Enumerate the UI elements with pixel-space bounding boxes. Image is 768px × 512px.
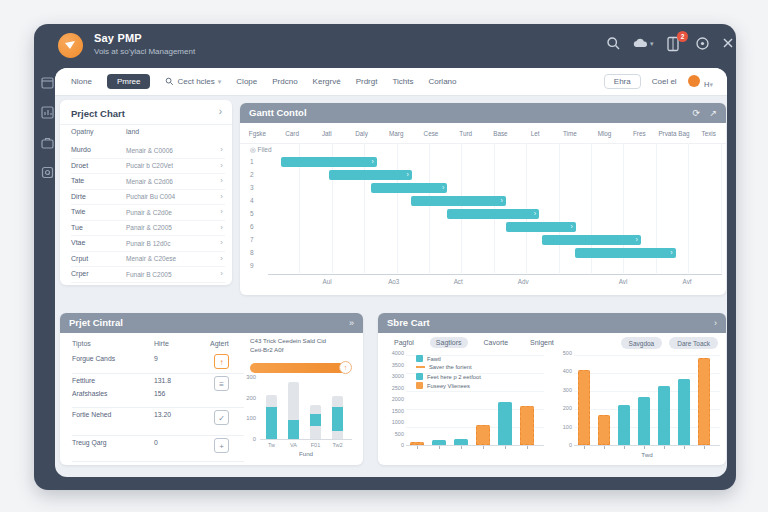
gantt-bar[interactable]: › (575, 248, 676, 258)
control-action-button[interactable]: + (214, 438, 229, 453)
chart-bar[interactable] (598, 415, 610, 445)
toolbar-item-ehra[interactable]: Ehra (604, 74, 641, 89)
chart-bar[interactable] (454, 439, 468, 445)
cloud-icon[interactable]: ▾ (632, 36, 650, 54)
gantt-col-header: Turd (448, 125, 483, 143)
gantt-col-header: Jatl (309, 125, 344, 143)
toolbar-item-corlano[interactable]: Corlano (428, 77, 456, 86)
gantt-col-header: Let (518, 125, 553, 143)
close-icon[interactable] (721, 36, 739, 54)
table-row[interactable]: TateMenair & C2d06› (71, 173, 225, 190)
teal-swatch (416, 373, 423, 380)
search-icon[interactable] (606, 36, 624, 54)
control-caption: C43 Trick Ceedein Sald Cid Ceti-Br2 A0f (250, 337, 354, 354)
control-action-button[interactable]: ≡ (214, 376, 229, 391)
tab-snlgent[interactable]: Snlgent (524, 337, 560, 348)
row-name: Dirte (71, 193, 86, 200)
chart-bar[interactable] (578, 370, 590, 445)
gantt-bar[interactable]: › (542, 235, 641, 245)
gantt-bar[interactable]: › (506, 222, 576, 232)
gantt-bar[interactable]: › (447, 209, 539, 219)
y-axis-label: 1000 (386, 419, 404, 425)
table-row[interactable]: CrputMenair & C20ese› (71, 251, 225, 268)
caption-line-1: C43 Trick Ceedein Sald Cid (250, 337, 354, 346)
table-row[interactable]: TwiePunair & C2d0e› (71, 204, 225, 221)
toolbar-item-pmree[interactable]: Pmree (107, 74, 151, 89)
gantt-bar[interactable]: › (281, 157, 377, 167)
table-row[interactable]: VtaePunair B 12d0c› (71, 235, 225, 252)
mini-y-label: 300 (240, 374, 256, 380)
chart-bar[interactable] (432, 440, 446, 445)
control-action-button[interactable]: ✓ (214, 410, 229, 425)
row-name: Droet (71, 162, 88, 169)
double-chevron-icon[interactable]: » (349, 313, 354, 333)
refresh-icon[interactable]: ⟳ (692, 103, 700, 123)
control-row: Treug Qarg0+ (72, 435, 244, 462)
legend-item: Fawtl (416, 355, 441, 362)
chart-bar[interactable] (520, 406, 534, 445)
y-axis-label: 4000 (386, 350, 404, 356)
progress-bar[interactable]: ↑ (250, 363, 351, 373)
toolbar-item-nlone[interactable]: Nlone (71, 77, 92, 86)
gantt-bar-caret: › (407, 170, 409, 180)
toolbar-left: NlonePmreeCect hcles▾ClopePrdcnoKergrvéP… (55, 74, 604, 89)
tab-sagtlors[interactable]: Sagtlors (430, 337, 468, 348)
gantt-bar[interactable]: › (371, 183, 448, 193)
table-row[interactable]: TuePanair & C2005› (71, 220, 225, 237)
legend-label: Feet here p 2 eetfoot (427, 374, 481, 380)
help-icon[interactable] (695, 36, 713, 54)
toolbar-item-clope[interactable]: Clope (236, 77, 257, 86)
toolbar-item-prdcno[interactable]: Prdcno (272, 77, 297, 86)
mini-bar-teal-segment (332, 407, 343, 431)
pill-dare-toack[interactable]: Dare Toack (669, 337, 718, 349)
mini-x-axis (260, 439, 352, 440)
table-row[interactable]: DroetPucair b C20Vet› (71, 158, 225, 175)
toolbar-item-cect-hcles[interactable]: Cect hcles▾ (165, 77, 221, 86)
table-row[interactable]: MurdoMenair & C0006› (71, 142, 225, 159)
toolbar-item-tichts[interactable]: Tichts (392, 77, 413, 86)
control-action-button[interactable]: ↑ (214, 354, 229, 369)
sidebar-item-briefcase[interactable] (41, 135, 55, 149)
app-window: Say PMP Vois at so'ylacl Management ▾ 2 (34, 24, 736, 490)
sidebar-item-calendar[interactable] (41, 75, 55, 89)
row-value: Punair & C2d0e (126, 209, 172, 216)
y-axis-label: 2000 (386, 396, 404, 402)
chevron-right-icon: › (220, 176, 223, 185)
table-row[interactable]: DirtePuchair Bu C004› (71, 189, 225, 206)
gantt-axis-label: Act (454, 278, 463, 285)
chevron-right-icon[interactable]: › (219, 106, 222, 117)
pill-savgdoa[interactable]: Savgdoa (621, 337, 663, 349)
chart-bar[interactable] (410, 442, 424, 445)
chart-bar[interactable] (698, 358, 710, 445)
chart-bar[interactable] (618, 405, 630, 445)
mini-y-label: 200 (240, 395, 256, 401)
sidebar-item-chart[interactable] (41, 105, 55, 119)
chart-bar[interactable] (638, 397, 650, 445)
share-arrow-icon[interactable]: ↗ (709, 103, 717, 123)
row-name: Tue (71, 224, 83, 231)
gantt-bar[interactable]: › (329, 170, 412, 180)
tab-cavorte[interactable]: Cavorte (478, 337, 515, 348)
toolbar-item-prdrgt[interactable]: Prdrgt (356, 77, 378, 86)
chevron-right-icon: › (220, 207, 223, 216)
chart-bar[interactable] (678, 379, 690, 445)
chart-bar[interactable] (498, 402, 512, 445)
sidebar-item-settings[interactable] (41, 165, 55, 179)
chevron-right-icon[interactable]: › (714, 313, 717, 333)
mini-x-label: VA (290, 442, 297, 448)
user-avatar[interactable]: H▾ (688, 73, 713, 91)
gantt-axis-label: Aul (322, 278, 331, 285)
toolbar-item-kergrv-[interactable]: Kergrvé (313, 77, 341, 86)
tab-pagfol[interactable]: Pagfol (388, 337, 420, 348)
chart-bar[interactable] (658, 386, 670, 445)
chart-bar[interactable] (476, 425, 490, 445)
toolbar-item-coel-el[interactable]: Coel el (652, 77, 677, 86)
y-axis-label: 0 (386, 442, 404, 448)
notebook-icon[interactable]: 2 (666, 36, 684, 54)
gantt-col-header: Fgske (240, 125, 275, 143)
toolbar: NlonePmreeCect hcles▾ClopePrdcnoKergrvéP… (55, 68, 727, 96)
table-row[interactable]: CrperFunair B C2005› (71, 266, 225, 283)
gantt-bar[interactable]: › (411, 196, 505, 206)
control-col-header: Hirte (154, 340, 169, 347)
chevron-down-icon: ▾ (650, 40, 654, 48)
